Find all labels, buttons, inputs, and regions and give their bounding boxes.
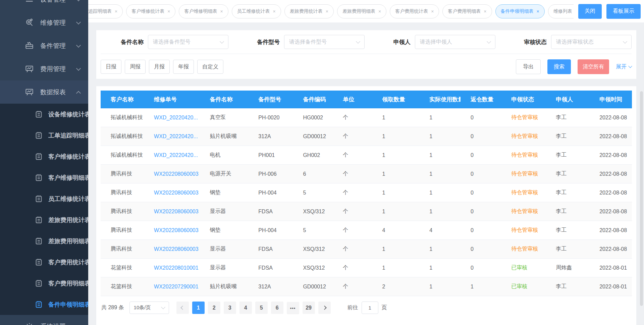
repair-order-link[interactable]: WX202208060003 <box>154 190 199 196</box>
tab-close-icon[interactable]: × <box>326 9 328 14</box>
tab-7[interactable]: 客户费用明细表× <box>442 4 492 18</box>
status-badge: 待仓管审核 <box>501 202 546 221</box>
table-cell: GD00012 <box>293 277 333 296</box>
page-button-5[interactable]: 5 <box>255 302 268 314</box>
sidebar-item-employee-repair-stats[interactable]: 员工维修统计表 <box>0 188 88 209</box>
sidebar-item-label: 备件申领明细表 <box>48 301 88 309</box>
clear-all-button[interactable]: 清空所有 <box>578 59 609 74</box>
table-cell: 312A <box>248 277 293 296</box>
range-button-1[interactable]: 周报 <box>125 60 146 74</box>
page-ellipsis[interactable]: ••• <box>287 302 299 314</box>
filter-select-1[interactable]: 请选择备件型号 <box>284 35 365 49</box>
page-button-3[interactable]: 3 <box>224 302 236 314</box>
repair-order-link[interactable]: WX202208010001 <box>154 265 199 271</box>
range-button-2[interactable]: 月报 <box>149 60 170 74</box>
select-placeholder: 请选择审核状态 <box>556 39 624 46</box>
table-cell: 1 <box>372 259 419 277</box>
chevron-down-icon <box>161 305 165 309</box>
tab-5[interactable]: 差旅费用明细表× <box>337 4 386 18</box>
repair-order-link[interactable]: WXD_20220420... <box>154 115 198 120</box>
range-button-3[interactable]: 年报 <box>173 60 194 74</box>
sidebar-item-data-reports[interactable]: 数据报表 <box>0 80 88 104</box>
filter-select-0[interactable]: 请选择备件型号 <box>148 35 228 49</box>
tab-label: 客户费用统计表 <box>395 8 428 14</box>
filter-select-3[interactable]: 请选择审核状态 <box>551 35 632 49</box>
page-button-4[interactable]: 4 <box>239 302 252 314</box>
table-cell: WXD_20220420... <box>144 146 200 165</box>
repair-order-link[interactable]: WXD_20220420... <box>154 133 198 139</box>
sidebar-item-parts-management[interactable]: 备件管理 <box>0 34 88 57</box>
repair-order-link[interactable]: WX202207290001 <box>154 284 199 289</box>
report-doc-icon <box>35 258 43 266</box>
tab-close-icon[interactable]: × <box>378 9 381 14</box>
repair-order-link[interactable]: WX202208060003 <box>154 209 199 214</box>
tab-6[interactable]: 客户费用统计表× <box>390 4 439 18</box>
table-cell: 0 <box>461 108 501 127</box>
tab-1[interactable]: 客户维修统计表× <box>126 4 175 18</box>
repair-order-link[interactable]: WX202208060003 <box>154 171 199 177</box>
status-badge: 待仓管审核 <box>501 146 546 165</box>
repair-order-link[interactable]: WX202208060003 <box>154 246 199 252</box>
close-button[interactable]: 关闭 <box>578 4 602 19</box>
export-button[interactable]: 导出 <box>516 59 541 74</box>
table-row: 腾讯科技WX202208060003显示器FDSAXSQ/312个110待仓管审… <box>101 240 632 259</box>
tab-4[interactable]: 差旅费用统计表× <box>284 4 334 18</box>
main-area: 工单追踪明细表×客户维修统计表×客户维修明细表×员工维修统计表×差旅费用统计表×… <box>88 0 644 325</box>
page-button-2[interactable]: 2 <box>208 302 220 314</box>
page-button-1[interactable]: 1 <box>192 302 205 314</box>
repair-order-link[interactable]: WXD_20220420... <box>154 152 198 158</box>
sidebar-item-label: 客户费用统计表 <box>48 258 88 266</box>
sidebar-item-work-order-tracking-detail[interactable]: 工单追踪明细表 <box>0 125 88 146</box>
range-button-0[interactable]: 日报 <box>101 60 121 74</box>
table-cell: 真空泵 <box>200 108 248 127</box>
sidebar-item-customer-repair-stats[interactable]: 客户维修统计表 <box>0 146 88 167</box>
expand-toggle[interactable]: 展开 <box>616 63 632 70</box>
repair-order-link[interactable]: WX202208060003 <box>154 227 199 233</box>
tab-close-icon[interactable]: × <box>484 9 486 14</box>
tab-close-icon[interactable]: × <box>431 9 434 14</box>
tab-close-icon[interactable]: × <box>220 9 223 14</box>
tab-9[interactable]: 维修列表× <box>548 4 574 18</box>
sidebar-item-parts-requisition-detail[interactable]: 备件申领明细表 <box>0 294 88 315</box>
sidebar-item-expense-management[interactable]: 费用管理 <box>0 57 88 80</box>
page-button-29[interactable]: 29 <box>303 302 315 314</box>
search-button[interactable]: 搜索 <box>547 59 571 74</box>
sidebar-item-device-repair-stats[interactable]: 设备维修统计表 <box>0 104 88 125</box>
board-display-button[interactable]: 看板展示 <box>606 4 641 19</box>
chevron-down-icon <box>220 39 224 44</box>
scrollbar-thumb[interactable] <box>640 91 643 306</box>
chevron-down-icon <box>76 66 81 70</box>
sidebar-item-customer-repair-detail[interactable]: 客户维修明细表 <box>0 167 88 188</box>
sidebar-item-system-settings[interactable]: 系统设置 <box>0 315 88 325</box>
status-badge: 待仓管审核 <box>501 221 546 240</box>
filter-select-2[interactable]: 请选择申领人 <box>415 35 495 49</box>
table-cell: 2022-08-08 <box>589 183 632 202</box>
tab-close-icon[interactable]: × <box>537 9 539 14</box>
tab-0[interactable]: 工单追踪明细表× <box>88 4 123 18</box>
tab-8[interactable]: 备件申领明细表× <box>495 4 545 18</box>
page-button-6[interactable]: 6 <box>271 302 283 314</box>
parts-icon <box>25 41 34 50</box>
sidebar-item-customer-expense-stats[interactable]: 客户费用统计表 <box>0 252 88 273</box>
range-button-4[interactable]: 自定义 <box>197 60 223 74</box>
page-size-select[interactable]: 10条/页 <box>129 302 169 314</box>
sidebar-item-travel-expense-stats[interactable]: 差旅费用统计表 <box>0 209 88 230</box>
sidebar-item-travel-expense-detail[interactable]: 差旅费用明细表 <box>0 230 88 252</box>
goto-page-input[interactable] <box>362 302 378 314</box>
sidebar-item-customer-expense-detail[interactable]: 客户费用明细表 <box>0 273 88 294</box>
report-doc-icon <box>35 237 43 245</box>
tab-3[interactable]: 员工维修统计表× <box>232 4 281 18</box>
table-cell: 2022-08-08 <box>589 127 632 146</box>
sidebar-item-repair-management[interactable]: 维修管理 <box>0 11 88 34</box>
table-cell: 2022-08-08 <box>589 108 632 127</box>
prev-page-button[interactable] <box>176 302 189 314</box>
tab-close-icon[interactable]: × <box>273 9 276 14</box>
tab-close-icon[interactable]: × <box>115 9 117 14</box>
sidebar-item-device-management[interactable]: 设备管理 <box>0 0 88 11</box>
repair-icon <box>25 18 34 27</box>
tab-2[interactable]: 客户维修明细表× <box>179 4 228 18</box>
tab-label: 维修列表 <box>553 8 572 14</box>
requisition-table: 客户名称维修单号备件名称备件型号备件编码单位领取数量实际使用数量返仓数量申领状态… <box>101 91 632 296</box>
next-page-button[interactable] <box>318 302 331 314</box>
tab-close-icon[interactable]: × <box>167 9 170 14</box>
